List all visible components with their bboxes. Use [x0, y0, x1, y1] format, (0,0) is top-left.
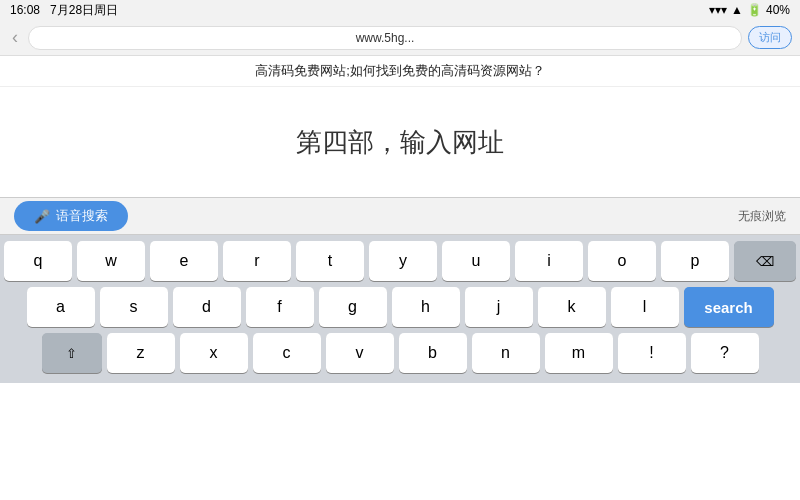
signal-icon: ▾▾▾	[709, 3, 727, 17]
instruction-text: 第四部，输入网址	[296, 125, 504, 160]
key-k[interactable]: k	[538, 287, 606, 327]
key-d[interactable]: d	[173, 287, 241, 327]
key-b[interactable]: b	[399, 333, 467, 373]
url-bar[interactable]: www.5hg...	[28, 26, 742, 50]
key-e[interactable]: e	[150, 241, 218, 281]
browser-bar: ‹ www.5hg... 访问	[0, 20, 800, 56]
key-w[interactable]: w	[77, 241, 145, 281]
key-q[interactable]: q	[4, 241, 72, 281]
key-s[interactable]: s	[100, 287, 168, 327]
key-r[interactable]: r	[223, 241, 291, 281]
page-title: 高清码免费网站;如何找到免费的高清码资源网站？	[10, 62, 790, 80]
key-u[interactable]: u	[442, 241, 510, 281]
keyboard-row-3: ⇧ z x c v b n m ! ?	[4, 333, 796, 373]
incognito-label: 无痕浏览	[738, 208, 786, 225]
status-bar: 16:08 7月28日周日 ▾▾▾ ▲ 🔋 40%	[0, 0, 800, 20]
status-time: 16:08	[10, 3, 40, 17]
status-left: 16:08 7月28日周日	[10, 2, 118, 19]
keyboard: q w e r t y u i o p ⌫ a s d f g h j k l …	[0, 235, 800, 383]
key-a[interactable]: a	[27, 287, 95, 327]
key-o[interactable]: o	[588, 241, 656, 281]
back-button[interactable]: ‹	[8, 27, 22, 48]
key-j[interactable]: j	[465, 287, 533, 327]
key-g[interactable]: g	[319, 287, 387, 327]
bookmark-button[interactable]: 访问	[748, 26, 792, 49]
key-p[interactable]: p	[661, 241, 729, 281]
battery-icon: 🔋	[747, 3, 762, 17]
voice-search-button[interactable]: 🎤 语音搜索	[14, 201, 128, 231]
key-question[interactable]: ?	[691, 333, 759, 373]
mic-icon: 🎤	[34, 209, 50, 224]
shift-button[interactable]: ⇧	[42, 333, 102, 373]
key-x[interactable]: x	[180, 333, 248, 373]
key-n[interactable]: n	[472, 333, 540, 373]
keyboard-row-2: a s d f g h j k l search	[4, 287, 796, 327]
key-exclamation[interactable]: !	[618, 333, 686, 373]
wifi-icon: ▲	[731, 3, 743, 17]
key-z[interactable]: z	[107, 333, 175, 373]
key-h[interactable]: h	[392, 287, 460, 327]
key-y[interactable]: y	[369, 241, 437, 281]
battery-level: 40%	[766, 3, 790, 17]
page-header: 高清码免费网站;如何找到免费的高清码资源网站？	[0, 56, 800, 87]
key-l[interactable]: l	[611, 287, 679, 327]
key-v[interactable]: v	[326, 333, 394, 373]
key-c[interactable]: c	[253, 333, 321, 373]
backspace-button[interactable]: ⌫	[734, 241, 796, 281]
key-f[interactable]: f	[246, 287, 314, 327]
keyboard-row-1: q w e r t y u i o p ⌫	[4, 241, 796, 281]
keyboard-header: 🎤 语音搜索 无痕浏览	[0, 197, 800, 235]
status-right: ▾▾▾ ▲ 🔋 40%	[709, 3, 790, 17]
key-i[interactable]: i	[515, 241, 583, 281]
main-content: 第四部，输入网址	[0, 87, 800, 197]
key-m[interactable]: m	[545, 333, 613, 373]
search-button[interactable]: search	[684, 287, 774, 327]
voice-search-label: 语音搜索	[56, 207, 108, 225]
key-t[interactable]: t	[296, 241, 364, 281]
status-date: 7月28日周日	[50, 3, 118, 17]
